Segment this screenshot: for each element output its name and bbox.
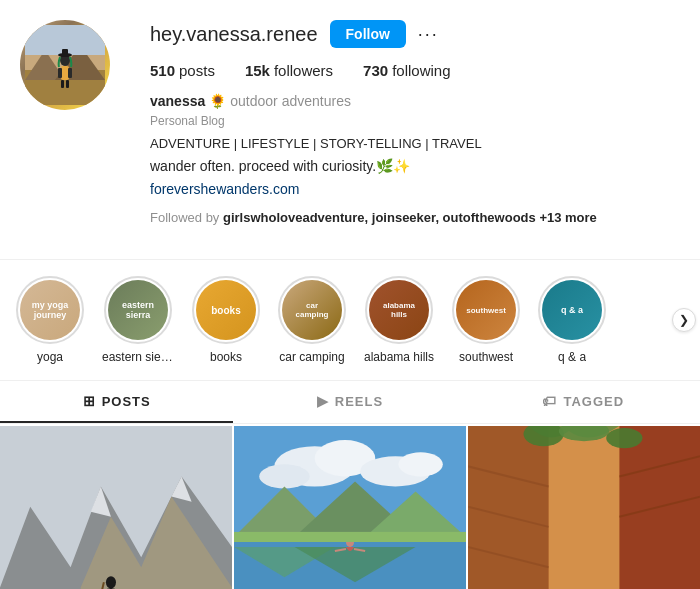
bio-category: Personal Blog — [150, 112, 680, 130]
followers-label: followers — [274, 62, 333, 79]
followers-stat[interactable]: 15k followers — [245, 62, 333, 79]
highlight-label-southwest: southwest — [459, 350, 513, 364]
highlight-southwest[interactable]: southwest southwest — [452, 276, 520, 364]
bio-tagline2: wander often. proceed with curiosity.🌿✨ — [150, 156, 680, 177]
svg-point-55 — [606, 428, 642, 448]
highlight-ring-qa: q & a — [538, 276, 606, 344]
camping-content: carcamping — [282, 280, 342, 340]
highlights-section: my yogajourney yoga easternsierra easter… — [0, 259, 700, 380]
highlight-ring-camping: carcamping — [278, 276, 346, 344]
highlight-ring-eastern: easternsierra — [104, 276, 172, 344]
post-svg-2 — [234, 426, 466, 589]
highlight-camping[interactable]: carcamping car camping — [278, 276, 346, 364]
highlight-label-qa: q & a — [558, 350, 586, 364]
yoga-content: my yogajourney — [20, 280, 80, 340]
alabama-content: alabamahills — [369, 280, 429, 340]
highlight-ring-alabama: alabamahills — [365, 276, 433, 344]
post-cell-2[interactable] — [234, 426, 466, 589]
svg-rect-9 — [61, 80, 64, 88]
highlight-thumb-eastern: easternsierra — [108, 280, 168, 340]
reels-tab-icon: ▶ — [317, 393, 329, 409]
tab-tagged[interactable]: 🏷 TAGGED — [467, 381, 700, 423]
reels-tab-label: REELS — [335, 394, 383, 409]
avatar-image — [25, 25, 105, 105]
bio-tagline: ADVENTURE | LIFESTYLE | STORY-TELLING | … — [150, 134, 680, 154]
post-svg-3 — [468, 426, 700, 589]
highlight-books[interactable]: books books — [192, 276, 260, 364]
profile-section: hey.vanessa.renee Follow ··· 510 posts 1… — [0, 0, 700, 251]
highlight-ring-southwest: southwest — [452, 276, 520, 344]
stats-row: 510 posts 15k followers 730 following — [150, 62, 680, 79]
username-text: hey.vanessa.renee — [150, 23, 318, 46]
following-label: following — [392, 62, 450, 79]
highlight-thumb-books: books — [196, 280, 256, 340]
eastern-content: easternsierra — [108, 280, 168, 340]
posts-tab-icon: ⊞ — [83, 393, 96, 409]
svg-rect-6 — [61, 66, 69, 80]
highlight-label-books: books — [210, 350, 242, 364]
highlight-label-camping: car camping — [279, 350, 344, 364]
svg-rect-10 — [66, 80, 69, 88]
highlight-label-alabama: alabama hills — [364, 350, 434, 364]
svg-rect-47 — [549, 426, 620, 589]
tab-posts[interactable]: ⊞ POSTS — [0, 381, 233, 423]
svg-point-31 — [259, 464, 309, 488]
highlight-thumb-qa: q & a — [542, 280, 602, 340]
highlight-ring-yoga: my yogajourney — [16, 276, 84, 344]
highlight-ring-books: books — [192, 276, 260, 344]
highlight-thumb-southwest: southwest — [456, 280, 516, 340]
svg-point-22 — [106, 576, 116, 588]
followed-by-more: +13 more — [539, 210, 596, 225]
followed-by: Followed by girlswholoveadventure, joins… — [150, 208, 680, 228]
post-image-2 — [234, 426, 466, 589]
highlight-label-yoga: yoga — [37, 350, 63, 364]
tab-reels[interactable]: ▶ REELS — [233, 381, 466, 423]
highlight-thumb-alabama: alabamahills — [369, 280, 429, 340]
tagged-tab-label: TAGGED — [563, 394, 624, 409]
post-image-1 — [0, 426, 232, 589]
svg-rect-12 — [62, 49, 68, 56]
svg-rect-7 — [58, 68, 62, 78]
username-row: hey.vanessa.renee Follow ··· — [150, 20, 680, 48]
southwest-content: southwest — [456, 280, 516, 340]
tagged-tab-icon: 🏷 — [542, 393, 557, 409]
svg-rect-8 — [68, 68, 72, 78]
following-stat[interactable]: 730 following — [363, 62, 450, 79]
highlight-thumb-camping: carcamping — [282, 280, 342, 340]
highlight-qa[interactable]: q & a q & a — [538, 276, 606, 364]
posts-grid — [0, 426, 700, 589]
highlight-yoga[interactable]: my yogajourney yoga — [16, 276, 84, 364]
follow-button[interactable]: Follow — [330, 20, 406, 48]
posts-tab-label: POSTS — [102, 394, 151, 409]
highlight-thumb-yoga: my yogajourney — [20, 280, 80, 340]
post-svg-1 — [0, 426, 232, 589]
highlight-eastern[interactable]: easternsierra eastern sier... — [102, 276, 174, 364]
bio-descriptor: outdoor adventures — [230, 91, 351, 112]
highlight-label-eastern: eastern sier... — [102, 350, 174, 364]
books-content: books — [196, 280, 256, 340]
followers-count: 15k — [245, 62, 270, 79]
tabs-section: ⊞ POSTS ▶ REELS 🏷 TAGGED — [0, 380, 700, 424]
highlights-chevron-right[interactable]: ❯ — [672, 308, 696, 332]
following-count: 730 — [363, 62, 388, 79]
bio-link[interactable]: forevershewanders.com — [150, 181, 299, 197]
svg-point-33 — [398, 452, 442, 476]
avatar[interactable] — [20, 20, 110, 110]
qa-content: q & a — [542, 280, 602, 340]
bio-section: vanessa 🌻 outdoor adventures Personal Bl… — [150, 91, 680, 227]
profile-top: hey.vanessa.renee Follow ··· 510 posts 1… — [20, 20, 680, 227]
avatar-wrap — [20, 20, 110, 110]
post-cell-3[interactable] — [468, 426, 700, 589]
posts-label: posts — [179, 62, 215, 79]
profile-info: hey.vanessa.renee Follow ··· 510 posts 1… — [150, 20, 680, 227]
followed-by-users: girlswholoveadventure, joinseeker, outof… — [223, 210, 536, 225]
posts-stat[interactable]: 510 posts — [150, 62, 215, 79]
posts-count: 510 — [150, 62, 175, 79]
post-image-3 — [468, 426, 700, 589]
svg-rect-43 — [234, 532, 466, 542]
highlight-alabama[interactable]: alabamahills alabama hills — [364, 276, 434, 364]
highlights-scroll: my yogajourney yoga easternsierra easter… — [8, 272, 614, 368]
bio-name: vanessa 🌻 outdoor adventures — [150, 91, 680, 112]
post-cell-1[interactable] — [0, 426, 232, 589]
more-options-button[interactable]: ··· — [418, 24, 439, 45]
